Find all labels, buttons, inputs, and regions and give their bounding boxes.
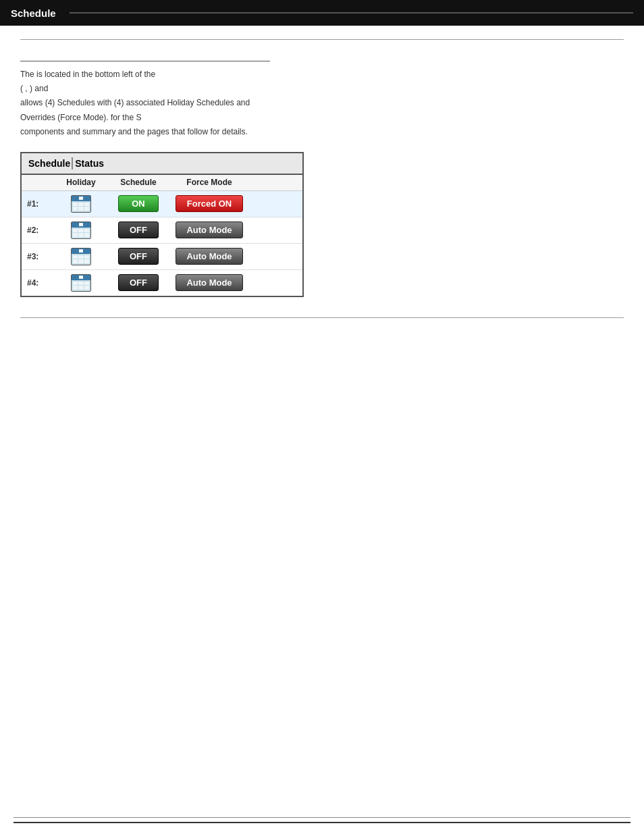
cal-cell-4-5 <box>78 286 83 290</box>
cal-cell-4-1 <box>73 282 78 286</box>
cal-cell-4 <box>73 207 78 211</box>
schedule-btn-1[interactable]: ON <box>118 195 159 212</box>
cal-cell-5 <box>78 207 83 211</box>
cal-body-1 <box>72 201 90 212</box>
row-3-force[interactable]: Auto Mode <box>169 248 250 265</box>
cal-cell-4-6 <box>84 286 89 290</box>
col-header-holiday: Holiday <box>54 178 108 187</box>
row-3-holiday <box>54 248 108 265</box>
calendar-icon-3 <box>71 248 91 265</box>
schedule-btn-3[interactable]: OFF <box>118 248 159 265</box>
cal-cell-1 <box>73 203 78 207</box>
col-header-schedule: Schedule <box>108 178 169 187</box>
row-2-schedule[interactable]: OFF <box>108 221 169 238</box>
row-1-holiday <box>54 195 108 213</box>
cal-cell-4-2 <box>78 282 83 286</box>
force-btn-3[interactable]: Auto Mode <box>176 248 243 265</box>
cal-cell-3-4 <box>73 259 78 263</box>
description-text: The is located in the bottom left of the… <box>20 68 624 138</box>
cal-cell-6 <box>84 207 89 211</box>
cal-pin-4b <box>81 276 83 279</box>
cal-pins-3 <box>76 249 86 253</box>
page-footer <box>0 813 644 827</box>
schedule-status-table: Schedule Status Holiday Schedule Force M… <box>20 152 304 297</box>
cal-cell-3-2 <box>78 255 83 259</box>
schedule-row-1: #1: <box>22 191 302 217</box>
cal-cell-3 <box>84 203 89 207</box>
force-btn-2[interactable]: Auto Mode <box>176 221 243 238</box>
cal-cell-3-1 <box>73 255 78 259</box>
cal-cell-4-3 <box>84 282 89 286</box>
status-header-word: Status <box>75 158 104 169</box>
footer-divider-thick <box>14 822 630 823</box>
footer-divider-thin <box>14 817 630 818</box>
cal-top-3 <box>72 249 90 254</box>
header-title: Schedule <box>11 7 56 19</box>
row-4-schedule[interactable]: OFF <box>108 274 169 291</box>
cal-cell-3-3 <box>84 255 89 259</box>
col-header-force: Force Mode <box>169 178 250 187</box>
row-2-force[interactable]: Auto Mode <box>169 221 250 238</box>
row-1-force[interactable]: Forced ON <box>169 195 250 212</box>
calendar-icon-1 <box>71 195 91 213</box>
cal-cell-2-6 <box>84 233 89 237</box>
cal-pins-4 <box>76 276 86 279</box>
cal-body-4 <box>72 280 90 291</box>
schedule-row-3: #3: <box>22 244 302 270</box>
row-4-holiday <box>54 274 108 292</box>
header-line-right <box>70 12 633 14</box>
cal-cell-3-6 <box>84 259 89 263</box>
schedule-btn-2[interactable]: OFF <box>118 221 159 238</box>
cal-pin-2b <box>81 223 83 226</box>
cal-cell-2-4 <box>73 233 78 237</box>
column-headers: Holiday Schedule Force Mode <box>22 175 302 191</box>
row-3-schedule[interactable]: OFF <box>108 248 169 265</box>
cal-cell-2-1 <box>73 229 78 233</box>
desc-line-3: allows (4) Schedules with (4) associated… <box>20 97 624 109</box>
row-2-holiday <box>54 221 108 239</box>
cal-cell-2-3 <box>84 229 89 233</box>
cal-cell-2-5 <box>78 233 83 237</box>
calendar-icon-4 <box>71 274 91 292</box>
cal-pins-2 <box>76 223 86 226</box>
cal-cell-2 <box>78 203 83 207</box>
cal-body-2 <box>72 228 90 238</box>
top-divider <box>20 39 624 40</box>
cal-cell-3-5 <box>78 259 83 263</box>
cal-body-3 <box>72 254 90 265</box>
cal-cell-2-2 <box>78 229 83 233</box>
cal-pins-1 <box>76 197 86 200</box>
row-3-num: #3: <box>27 252 54 261</box>
row-2-num: #2: <box>27 226 54 235</box>
header-bar: Schedule <box>0 0 644 26</box>
row-4-force[interactable]: Auto Mode <box>169 274 250 291</box>
calendar-icon-2 <box>71 221 91 239</box>
cal-pin-1b <box>81 197 83 200</box>
row-1-schedule[interactable]: ON <box>108 195 169 212</box>
force-btn-1[interactable]: Forced ON <box>176 195 243 212</box>
main-content: The is located in the bottom left of the… <box>0 26 644 332</box>
cal-top-2 <box>72 222 90 228</box>
desc-line-4: Overrides (Force Mode). for the S <box>20 111 624 124</box>
schedule-status-header: Schedule Status <box>22 153 302 175</box>
schedule-row-2: #2: <box>22 217 302 244</box>
force-btn-4[interactable]: Auto Mode <box>176 274 243 291</box>
bottom-divider-1 <box>20 317 624 318</box>
header-divider <box>72 157 73 170</box>
section-heading <box>20 47 270 61</box>
row-4-num: #4: <box>27 278 54 288</box>
cal-pin-3b <box>81 249 83 253</box>
desc-line-5: components and summary and the pages tha… <box>20 126 624 138</box>
schedule-row-4: #4: <box>22 270 302 296</box>
desc-line-1: The is located in the bottom left of the <box>20 68 624 81</box>
row-1-num: #1: <box>27 199 54 209</box>
cal-cell-4-4 <box>73 286 78 290</box>
cal-top-4 <box>72 275 90 280</box>
schedule-header-word: Schedule <box>28 158 70 169</box>
cal-top-1 <box>72 196 90 201</box>
schedule-btn-4[interactable]: OFF <box>118 274 159 291</box>
bottom-section <box>20 317 624 318</box>
desc-line-2: ( , ) and <box>20 82 624 95</box>
col-header-num <box>27 178 54 188</box>
